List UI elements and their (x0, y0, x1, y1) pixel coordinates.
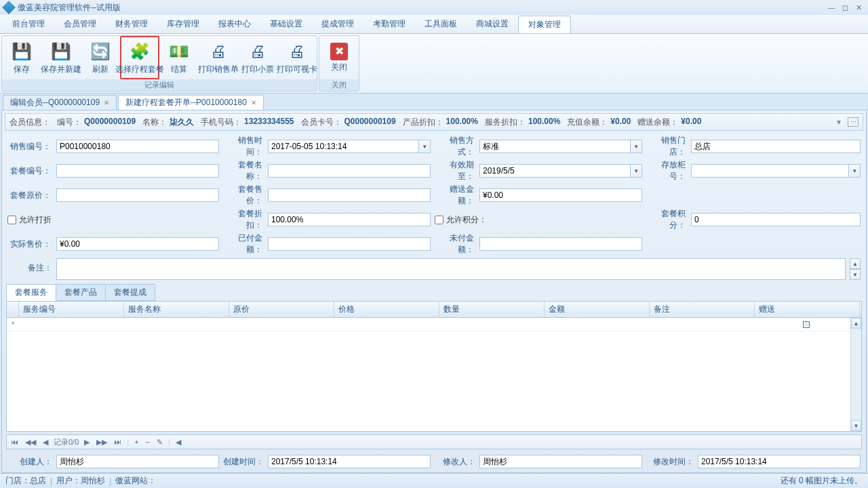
menu-1[interactable]: 会员管理 (54, 16, 106, 33)
menubar: 前台管理会员管理财务管理库存管理报表中心基础设置提成管理考勤管理工具面板商城设置… (0, 15, 868, 34)
menu-8[interactable]: 工具面板 (415, 16, 467, 33)
sale-no-input[interactable] (56, 140, 219, 153)
grid-header-6[interactable]: 备注 (650, 302, 755, 317)
sub-tab-2[interactable]: 套餐提成 (105, 284, 155, 301)
member-dropdown-icon[interactable]: ▾ (837, 117, 841, 127)
delete-record-button[interactable]: − (144, 438, 151, 446)
scroll-up-icon[interactable]: ▲ (851, 318, 861, 329)
menu-4[interactable]: 报表中心 (209, 16, 260, 33)
menu-5[interactable]: 基础设置 (260, 16, 312, 33)
allow-points-checkbox[interactable] (435, 216, 443, 224)
grid-header-0[interactable]: 服务编号 (19, 302, 124, 317)
print-sales-button[interactable]: 🖨打印销售单 (199, 36, 238, 79)
app-logo-icon (2, 1, 16, 14)
gift-checkbox[interactable] (803, 321, 810, 328)
grid-header-1[interactable]: 服务名称 (124, 302, 229, 317)
pkg-name-input[interactable] (268, 164, 431, 178)
close-icon: ✖ (330, 43, 348, 60)
paid-amount-input[interactable] (268, 237, 431, 251)
dropdown-icon[interactable]: ▾ (848, 164, 861, 178)
grid-header-2[interactable]: 原价 (229, 302, 334, 317)
window-title: 傲蓝美容院管理软件--试用版 (18, 2, 826, 14)
titlebar: 傲蓝美容院管理软件--试用版 — ◻ ✕ (0, 0, 868, 15)
menu-6[interactable]: 提成管理 (312, 16, 363, 33)
member-expand-button[interactable]: ⋯ (848, 117, 859, 127)
sale-time-input[interactable] (268, 140, 418, 153)
save-new-icon: 💾 (50, 41, 72, 62)
first-record-button[interactable]: ⏮ (9, 438, 20, 446)
doc-tab-0[interactable]: 编辑会员--Q0000000109✕ (3, 95, 117, 110)
document-tabs: 编辑会员--Q0000000109✕新建疗程套餐开单--P0010000180✕ (0, 94, 868, 110)
form-area: 销售编号： 销售时间： ▾ 销售方式： ▾ 销售门店： 套餐编号： 套餐名称： … (2, 134, 866, 257)
record-counter: 记录0/0 (54, 437, 79, 447)
close-button[interactable]: ✖关闭 (319, 36, 359, 79)
unpaid-amount-input[interactable] (479, 237, 642, 251)
sub-tab-1[interactable]: 套餐产品 (56, 284, 106, 301)
grid-header-4[interactable]: 数量 (439, 302, 545, 317)
select-package-icon: 🧩 (129, 41, 151, 62)
allow-discount-checkbox[interactable] (7, 216, 16, 224)
nav-left-button[interactable]: ◀ (174, 438, 182, 447)
refresh-button[interactable]: 🔄刷新 (81, 36, 120, 79)
sale-mode-input[interactable] (479, 140, 630, 153)
pkg-discount-input[interactable] (268, 213, 431, 226)
menu-2[interactable]: 财务管理 (106, 16, 157, 33)
member-info-bar: 会员信息： 编号：Q0000000109 名称：柒久久 手机号码：1323333… (5, 113, 863, 131)
orig-price-input[interactable] (56, 188, 219, 202)
sale-store-input[interactable] (691, 140, 861, 153)
footer-form: 创建人： 创建时间： 修改人： 修改时间： (2, 452, 866, 472)
pkg-points-input[interactable] (691, 213, 861, 226)
close-tab-icon[interactable]: ✕ (251, 99, 256, 106)
add-record-button[interactable]: + (133, 438, 140, 446)
close-window-button[interactable]: ✕ (853, 3, 864, 12)
grid-header-7[interactable]: 赠送 (755, 302, 860, 317)
save-new-button[interactable]: 💾保存并新建 (41, 36, 81, 79)
print-receipt-button[interactable]: 🖨打印小票 (238, 36, 277, 79)
cabinet-input[interactable] (691, 164, 848, 178)
new-row[interactable]: * (7, 318, 861, 331)
dropdown-icon[interactable]: ▾ (630, 140, 642, 153)
select-package-button[interactable]: 🧩选择疗程套餐 (120, 36, 159, 79)
dropdown-icon[interactable]: ▾ (418, 140, 431, 153)
minimize-button[interactable]: — (826, 3, 837, 12)
statusbar: 门店：总店 | 用户：周怡杉 | 傲蓝网站： 还有 0 幅图片未上传。 (0, 473, 868, 488)
site-link[interactable]: 傲蓝网站： (115, 475, 156, 487)
vertical-scrollbar[interactable]: ▲ ▼ (850, 318, 861, 431)
gift-amount-input[interactable] (479, 188, 642, 202)
pkg-no-input[interactable] (56, 164, 219, 178)
next-page-button[interactable]: ▶▶ (95, 438, 108, 447)
settle-button[interactable]: 💵结算 (159, 36, 199, 79)
sub-tab-0[interactable]: 套餐服务 (6, 284, 56, 301)
data-grid: 服务编号服务名称原价价格数量金额备注赠送 * ▲ ▼ (6, 301, 862, 432)
dropdown-icon[interactable]: ▾ (630, 164, 642, 178)
menu-7[interactable]: 考勤管理 (363, 16, 415, 33)
doc-tab-1[interactable]: 新建疗程套餐开单--P0010000180✕ (118, 95, 264, 110)
actual-price-input[interactable] (56, 237, 219, 251)
spin-up-icon[interactable]: ▲ (850, 258, 861, 269)
print-sales-icon: 🖨 (208, 41, 229, 62)
menu-10[interactable]: 对象管理 (518, 16, 571, 33)
prev-record-button[interactable]: ◀ (41, 438, 50, 447)
valid-until-input[interactable] (479, 164, 630, 178)
scroll-down-icon[interactable]: ▼ (851, 420, 861, 431)
print-card-button[interactable]: 🖨打印可视卡 (277, 36, 317, 79)
maximize-button[interactable]: ◻ (840, 3, 850, 12)
sell-price-input[interactable] (268, 188, 431, 202)
save-button[interactable]: 💾保存 (2, 36, 41, 79)
next-record-button[interactable]: ▶ (83, 438, 91, 447)
menu-0[interactable]: 前台管理 (3, 16, 54, 33)
ribbon-group-title: 关闭 (319, 79, 359, 91)
spin-down-icon[interactable]: ▼ (850, 269, 861, 280)
menu-3[interactable]: 库存管理 (157, 16, 209, 33)
prev-page-button[interactable]: ◀◀ (24, 438, 37, 447)
grid-header-5[interactable]: 金额 (545, 302, 650, 317)
menu-9[interactable]: 商城设置 (467, 16, 518, 33)
print-receipt-icon: 🖨 (247, 41, 269, 62)
save-icon: 💾 (11, 41, 33, 62)
close-tab-icon[interactable]: ✕ (104, 99, 109, 106)
last-record-button[interactable]: ⏭ (113, 438, 123, 446)
grid-header-3[interactable]: 价格 (334, 302, 439, 317)
remark-textarea[interactable] (56, 258, 846, 280)
edit-record-button[interactable]: ✎ (155, 438, 164, 447)
ribbon-group-title: 记录编辑 (2, 79, 317, 91)
